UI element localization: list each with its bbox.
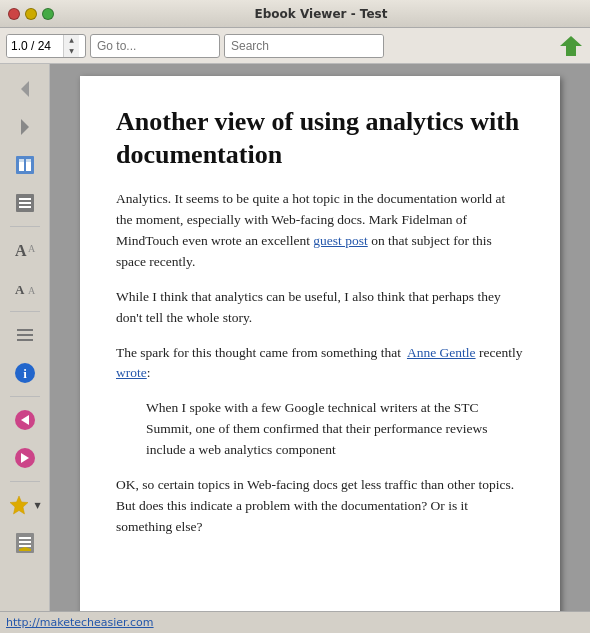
- page-input-wrap[interactable]: ▲ ▼: [6, 34, 86, 58]
- svg-rect-7: [26, 159, 31, 162]
- svg-text:A: A: [15, 282, 25, 297]
- font-increase-icon: A A: [11, 236, 39, 264]
- bookmark-dropdown-btn[interactable]: ▼: [32, 495, 44, 515]
- para-3: The spark for this thought came from som…: [116, 343, 524, 385]
- goto-input[interactable]: [90, 34, 220, 58]
- library-btn[interactable]: [8, 148, 42, 182]
- bookmark-list-btn[interactable]: [8, 526, 42, 560]
- content-heading: Another view of using analytics with doc…: [116, 106, 524, 171]
- font-increase-btn[interactable]: A A: [8, 233, 42, 267]
- content-page: Another view of using analytics with doc…: [80, 76, 560, 611]
- anne-gentle-link[interactable]: Anne Gentle: [407, 345, 476, 360]
- svg-marker-1: [21, 81, 29, 97]
- toc-icon: [11, 189, 39, 217]
- page-down-btn[interactable]: ▼: [64, 46, 79, 57]
- minimize-button[interactable]: [25, 8, 37, 20]
- svg-rect-16: [17, 329, 33, 331]
- bookmark-list-icon: [11, 529, 39, 557]
- guest-post-link[interactable]: guest post: [313, 233, 367, 248]
- window-title: Ebook Viewer - Test: [60, 7, 582, 21]
- svg-rect-28: [19, 541, 31, 543]
- para-4: OK, so certain topics in Web-facing docs…: [116, 475, 524, 538]
- window-controls: [8, 8, 54, 20]
- blockquote: When I spoke with a few Google technical…: [146, 398, 524, 461]
- history-back-icon: [11, 406, 39, 434]
- preferences-icon: [11, 321, 39, 349]
- search-wrap[interactable]: ▼: [224, 34, 384, 58]
- page-spinner[interactable]: ▲ ▼: [63, 35, 79, 57]
- svg-rect-10: [19, 202, 31, 204]
- sidebar-sep-2: [10, 311, 40, 312]
- svg-rect-27: [19, 537, 31, 539]
- page-up-btn[interactable]: ▲: [64, 35, 79, 46]
- statusbar-url[interactable]: http://maketecheasier.com: [6, 616, 154, 629]
- statusbar: http://maketecheasier.com: [0, 611, 590, 633]
- svg-text:A: A: [28, 285, 36, 296]
- toc-btn[interactable]: [8, 186, 42, 220]
- back-icon: [11, 75, 39, 103]
- preferences-btn[interactable]: [8, 318, 42, 352]
- history-forward-btn[interactable]: [8, 441, 42, 475]
- svg-rect-17: [17, 334, 33, 336]
- maximize-button[interactable]: [42, 8, 54, 20]
- history-back-btn[interactable]: [8, 403, 42, 437]
- content-area[interactable]: Another view of using analytics with doc…: [50, 64, 590, 611]
- info-icon: i: [11, 359, 39, 387]
- svg-rect-11: [19, 206, 31, 208]
- forward-btn[interactable]: [8, 110, 42, 144]
- svg-rect-6: [19, 159, 24, 162]
- main-area: A A A A i: [0, 64, 590, 611]
- svg-marker-0: [560, 36, 582, 56]
- history-forward-icon: [11, 444, 39, 472]
- bookmark-wrap[interactable]: ▼: [6, 488, 44, 522]
- para-2: While I think that analytics can be usef…: [116, 287, 524, 329]
- search-input[interactable]: [225, 35, 384, 57]
- bookmark-btn[interactable]: [6, 488, 32, 522]
- page-input[interactable]: [7, 35, 63, 57]
- go-arrow-icon[interactable]: [558, 33, 584, 59]
- sidebar-sep-1: [10, 226, 40, 227]
- sidebar: A A A A i: [0, 64, 50, 611]
- svg-rect-18: [17, 339, 33, 341]
- sidebar-sep-4: [10, 481, 40, 482]
- svg-marker-25: [10, 496, 28, 514]
- font-decrease-icon: A A: [11, 274, 39, 302]
- svg-marker-2: [21, 119, 29, 135]
- titlebar: Ebook Viewer - Test: [0, 0, 590, 28]
- font-decrease-btn[interactable]: A A: [8, 271, 42, 305]
- svg-rect-29: [19, 545, 31, 547]
- library-icon: [11, 151, 39, 179]
- info-btn[interactable]: i: [8, 356, 42, 390]
- svg-text:A: A: [15, 242, 27, 259]
- toolbar: ▲ ▼ ▼: [0, 28, 590, 64]
- svg-rect-3: [16, 156, 34, 174]
- svg-rect-9: [19, 198, 31, 200]
- forward-icon: [11, 113, 39, 141]
- sidebar-sep-3: [10, 396, 40, 397]
- wrote-link[interactable]: wrote: [116, 365, 147, 380]
- para-1: Analytics. It seems to be quite a hot to…: [116, 189, 524, 273]
- bookmark-star-icon: [8, 494, 30, 516]
- back-btn[interactable]: [8, 72, 42, 106]
- blockquote-text: When I spoke with a few Google technical…: [146, 398, 524, 461]
- svg-text:A: A: [28, 243, 36, 254]
- close-button[interactable]: [8, 8, 20, 20]
- svg-text:i: i: [23, 366, 27, 381]
